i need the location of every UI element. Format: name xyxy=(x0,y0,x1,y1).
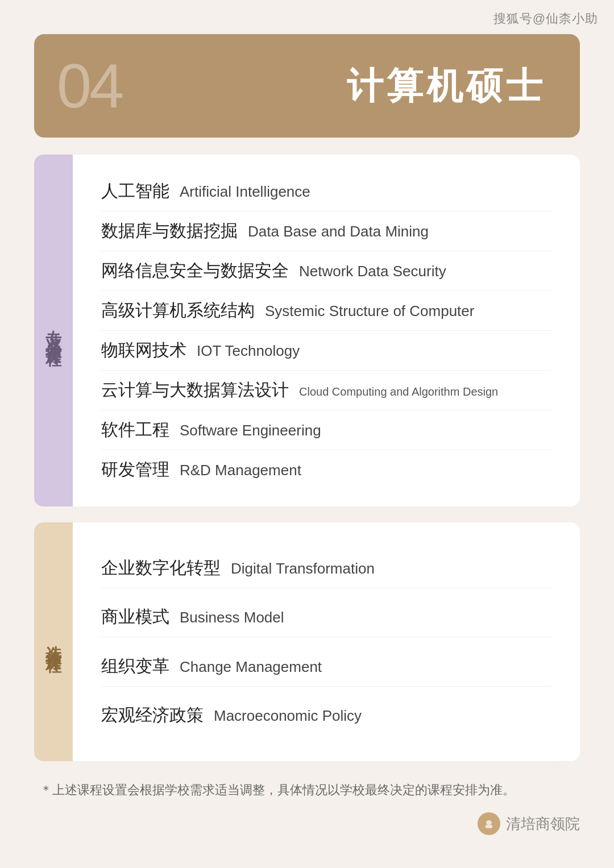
course-cn: 企业数字化转型 xyxy=(101,556,221,580)
elective-course-list: 企业数字化转型Digital Transformation商业模式Busines… xyxy=(73,522,580,761)
course-cn: 物联网技术 xyxy=(101,339,186,362)
sections-wrapper: 专业必修课程 人工智能Artificial Intelligence数据库与数据… xyxy=(34,155,580,761)
course-cn: 商业模式 xyxy=(101,605,169,629)
course-en: R&D Management xyxy=(180,462,301,479)
elective-label: 选修课程 xyxy=(34,522,73,761)
course-en: Digital Transformation xyxy=(231,560,375,578)
course-cn: 数据库与数据挖掘 xyxy=(101,219,238,243)
required-course-list: 人工智能Artificial Intelligence数据库与数据挖掘Data … xyxy=(73,155,580,506)
course-en: Software Engineering xyxy=(180,422,321,439)
header-card: 04 计算机硕士 xyxy=(34,34,580,138)
course-item: 云计算与大数据算法设计Cloud Computing and Algorithm… xyxy=(101,371,551,410)
course-item: 企业数字化转型Digital Transformation xyxy=(101,549,551,588)
course-item: 人工智能Artificial Intelligence xyxy=(101,172,551,211)
course-item: 数据库与数据挖掘Data Base and Data Mining xyxy=(101,211,551,251)
course-item: 物联网技术IOT Technology xyxy=(101,331,551,371)
course-en: Macroeconomic Policy xyxy=(214,707,362,725)
course-cn: 网络信息安全与数据安全 xyxy=(101,259,289,283)
course-item: 宏观经济政策Macroeconomic Policy xyxy=(101,696,551,735)
course-cn: 高级计算机系统结构 xyxy=(101,299,255,322)
course-en: Change Management xyxy=(180,658,322,676)
header-title: 计算机硕士 xyxy=(347,61,546,111)
course-cn: 人工智能 xyxy=(101,180,169,203)
required-label: 专业必修课程 xyxy=(34,155,73,506)
page-container: 04 计算机硕士 专业必修课程 人工智能Artificial Intellige… xyxy=(0,0,614,858)
footer-brand: 清培商领院 xyxy=(34,812,580,835)
course-cn: 组织变革 xyxy=(101,655,169,678)
footer-note: ＊上述课程设置会根据学校需求适当调整，具体情况以学校最终决定的课程安排为准。 xyxy=(34,782,580,799)
course-cn: 云计算与大数据算法设计 xyxy=(101,379,289,402)
course-item: 网络信息安全与数据安全Network Data Security xyxy=(101,251,551,291)
svg-rect-2 xyxy=(486,825,492,828)
course-en: Cloud Computing and Algorithm Design xyxy=(299,385,498,398)
course-en: IOT Technology xyxy=(197,342,300,360)
course-cn: 研发管理 xyxy=(101,458,169,481)
watermark: 搜狐号@仙柰小助 xyxy=(493,10,598,27)
course-item: 商业模式Business Model xyxy=(101,597,551,637)
required-section-card: 专业必修课程 人工智能Artificial Intelligence数据库与数据… xyxy=(34,155,580,506)
course-item: 高级计算机系统结构Systemic Structure of Computer xyxy=(101,291,551,331)
brand-name: 清培商领院 xyxy=(506,814,580,834)
course-cn: 宏观经济政策 xyxy=(101,704,204,727)
course-en: Artificial Intelligence xyxy=(180,183,310,201)
course-en: Network Data Security xyxy=(299,263,446,280)
course-cn: 软件工程 xyxy=(101,418,169,442)
header-number: 04 xyxy=(57,55,122,117)
course-en: Systemic Structure of Computer xyxy=(265,302,474,320)
course-item: 软件工程Software Engineering xyxy=(101,410,551,450)
course-item: 研发管理R&D Management xyxy=(101,450,551,489)
elective-section-card: 选修课程 企业数字化转型Digital Transformation商业模式Bu… xyxy=(34,522,580,761)
svg-point-1 xyxy=(486,820,492,825)
course-item: 组织变革Change Management xyxy=(101,647,551,687)
course-en: Business Model xyxy=(180,609,284,626)
brand-icon xyxy=(478,812,500,835)
course-en: Data Base and Data Mining xyxy=(248,223,429,240)
